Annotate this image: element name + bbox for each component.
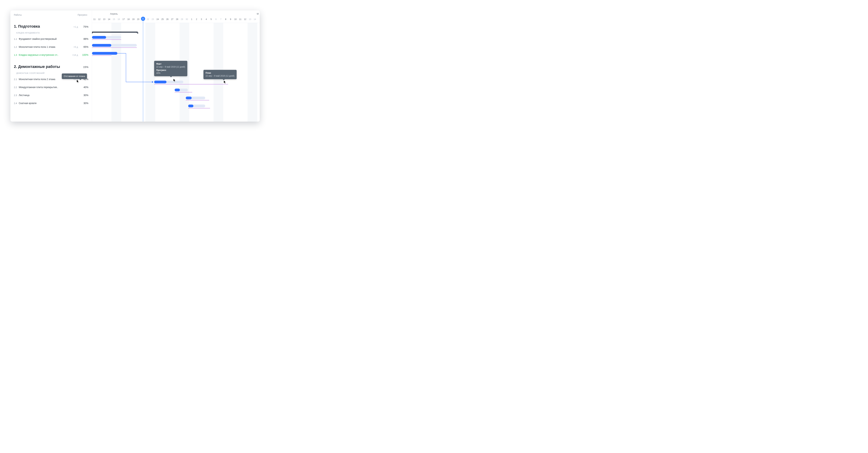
task-row-2-4[interactable]: 2.4 Скатная кровля 30% (10, 99, 92, 107)
timeline-day: 18 (126, 18, 131, 21)
gantt-bar-2-1[interactable] (154, 81, 183, 83)
today-marker: 21 (141, 17, 145, 21)
timeline-day: 26 (165, 18, 170, 21)
gantt-plan-line (92, 48, 137, 48)
gantt-bar-2-3[interactable] (186, 97, 205, 99)
cursor-icon (224, 80, 226, 84)
timeline-day: 30 (184, 18, 189, 21)
subgroup-label-1: КЛАДКА ФУНДАМЕНТА (10, 29, 92, 35)
gantt-card: Работы Прогресс 1. Подготовка +1 д 75% К… (10, 10, 260, 122)
task-row-2-3[interactable]: 2.3 Лестница 30% (10, 91, 92, 99)
gantt-plan-line (186, 100, 209, 100)
group-delay: +1 д (70, 26, 78, 28)
task-row-1-3[interactable]: 1.3 Кладка наружных и внутренних ст.. +1… (10, 51, 92, 59)
gantt-plan-line (154, 84, 228, 84)
timeline-day: 5 (209, 18, 214, 21)
timeline-day: 12 (243, 18, 248, 21)
timeline-day: 20 (136, 18, 141, 21)
timeline-day: 23 (150, 18, 155, 21)
tooltip-delay: Отставание от плана (62, 73, 87, 79)
timeline-panel[interactable]: Апрель 111213141516171819202122232425262… (92, 10, 260, 122)
timeline-body[interactable]: Факт 22 апр – 9 май 2019 (12 дней) Прогр… (92, 23, 260, 122)
gantt-bar-2-4[interactable] (188, 104, 205, 107)
timeline-day: 11 (92, 18, 97, 21)
timeline-day: 24 (155, 18, 160, 21)
timeline-day: 13 (248, 18, 252, 21)
timeline-day: 27 (170, 18, 175, 21)
timeline-day: 19 (131, 18, 136, 21)
timeline-day: 17 (121, 18, 126, 21)
timeline-day: 12 (97, 18, 102, 21)
timeline-day: 8 (223, 18, 228, 21)
timeline-day: 2 (194, 18, 199, 21)
group-progress: 15% (81, 65, 88, 68)
timeline-day: 4 (204, 18, 209, 21)
group-summary-bar-1[interactable] (92, 32, 138, 33)
group-header-1[interactable]: 1. Подготовка +1 д 75% (10, 16, 92, 29)
timeline-day: 10 (233, 18, 238, 21)
timeline-day: 6 (214, 18, 218, 21)
timeline-month-label: Апрель (110, 12, 118, 15)
timeline-day: 15 (112, 18, 116, 21)
group-header-2[interactable]: 2. Демонтажные работы 15% (10, 59, 92, 69)
gantt-bar-2-2[interactable] (175, 89, 188, 91)
timeline-day: 16 (116, 18, 121, 21)
gantt-plan-line (188, 108, 210, 109)
timeline-day: 14 (252, 18, 257, 21)
timeline-day: 14 (106, 18, 112, 21)
group-progress: 75% (81, 25, 88, 28)
timeline-day: 25 (160, 18, 165, 21)
group-title: 1. Подготовка (14, 24, 70, 29)
gantt-plan-line (175, 92, 192, 92)
task-row-1-1[interactable]: 1.1 Фундамент свайно-ростверковый 88% (10, 35, 92, 43)
timeline-days-row: 1112131415161718192021222324252627282930… (92, 18, 260, 21)
task-list-panel: Работы Прогресс 1. Подготовка +1 д 75% К… (10, 10, 92, 122)
task-row-2-2[interactable]: 2.2 Междуэтажная плита перекрытия.. 40% (10, 83, 92, 91)
cursor-icon (173, 79, 176, 82)
timeline-day: 22 (146, 18, 150, 21)
timeline-day: 7 (218, 18, 223, 21)
gantt-bar-1-1[interactable] (92, 36, 121, 39)
timeline-header: Апрель 111213141516171819202122232425262… (92, 10, 260, 23)
gantt-plan-line (92, 39, 121, 40)
timeline-day: 1 (189, 18, 194, 21)
cursor-icon (76, 80, 79, 83)
next-month-hint: М (257, 12, 259, 15)
timeline-day: 13 (102, 18, 106, 21)
timeline-day: 9 (228, 18, 233, 21)
gantt-plan-line (92, 55, 112, 56)
timeline-day: 28 (175, 18, 180, 21)
col-works-header: Работы (14, 13, 73, 16)
timeline-day: 29 (180, 18, 184, 21)
timeline-day: 11 (238, 18, 243, 21)
gantt-bar-1-2[interactable] (92, 44, 137, 47)
task-row-1-2[interactable]: 1.2 Монолитная плита пола 1 этажа +5 д 6… (10, 43, 92, 51)
task-list-header: Работы Прогресс (10, 10, 92, 16)
tooltip-plan: План 22 апр – 9 май 2019 (12 дней) (204, 70, 237, 79)
group-title: 2. Демонтажные работы (14, 64, 70, 69)
tooltip-fact: Факт 22 апр – 9 май 2019 (12 дней) Прогр… (154, 61, 187, 76)
col-progress-header: Прогресс (73, 13, 87, 16)
gantt-bar-1-3[interactable] (92, 52, 117, 55)
timeline-day: 3 (199, 18, 204, 21)
